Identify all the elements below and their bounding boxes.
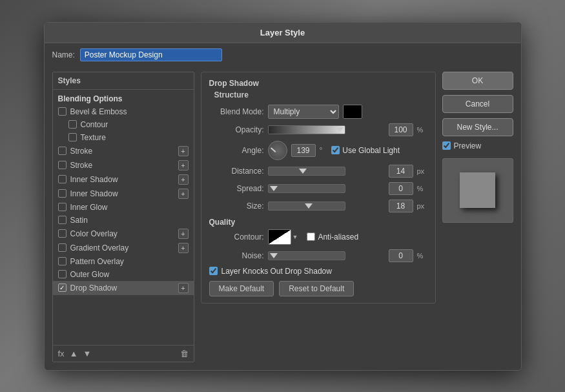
distance-slider-thumb[interactable] (299, 169, 307, 174)
noise-label: Noise: (209, 251, 264, 260)
distance-unit: px (417, 167, 427, 175)
sidebar-item-drop-shadow[interactable]: ✓ Drop Shadow + (53, 281, 194, 295)
color-overlay-checkbox[interactable] (58, 229, 67, 238)
color-overlay-plus-button[interactable]: + (178, 229, 189, 239)
stroke2-checkbox[interactable] (58, 161, 67, 169)
spread-slider-container (268, 184, 385, 193)
sidebar-item-pattern-overlay[interactable]: Pattern Overlay (53, 255, 194, 268)
inner-shadow2-checkbox[interactable] (58, 189, 67, 198)
stroke1-checkbox[interactable] (58, 147, 67, 155)
reset-default-button[interactable]: Reset to Default (279, 281, 354, 296)
distance-slider-track[interactable] (268, 167, 345, 176)
spread-input[interactable] (389, 182, 413, 195)
shadow-color-swatch[interactable] (343, 105, 362, 119)
sidebar-item-inner-glow[interactable]: Inner Glow (53, 201, 194, 214)
dialog-body: Styles Blending Options Bevel & Emboss C… (45, 64, 521, 370)
name-label: Name: (52, 50, 75, 59)
styles-header: Styles (53, 72, 194, 90)
opacity-row: Opacity: % (209, 123, 427, 136)
sidebar-item-blending-options[interactable]: Blending Options (53, 92, 194, 105)
layer-knocks-checkbox[interactable] (209, 267, 218, 275)
sidebar-item-satin[interactable]: Satin (53, 214, 194, 227)
size-unit: px (417, 202, 427, 210)
blend-mode-select[interactable]: Multiply Normal Screen Overlay (268, 105, 339, 119)
ok-button[interactable]: OK (442, 72, 513, 90)
sidebar-item-texture[interactable]: Texture (53, 131, 194, 144)
sidebar-item-bevel-emboss[interactable]: Bevel & Emboss (53, 105, 194, 118)
size-slider-thumb[interactable] (305, 203, 313, 209)
drop-shadow-title: Drop Shadow (209, 79, 427, 88)
degree-symbol: ° (320, 146, 323, 155)
drop-shadow-section: Drop Shadow Structure Blend Mode: Multip… (201, 72, 436, 304)
delete-icon[interactable]: 🗑 (180, 349, 189, 358)
make-default-button[interactable]: Make Default (209, 281, 274, 296)
contour-preview[interactable] (268, 229, 291, 245)
opacity-label: Opacity: (209, 125, 264, 134)
sidebar-item-inner-shadow2[interactable]: Inner Shadow + (53, 187, 194, 201)
spread-slider-track[interactable] (268, 184, 345, 193)
noise-input[interactable] (389, 249, 413, 262)
sidebar-item-gradient-overlay[interactable]: Gradient Overlay + (53, 241, 194, 255)
sidebar-item-stroke2[interactable]: Stroke + (53, 158, 194, 172)
name-input[interactable] (80, 48, 222, 61)
inner-shadow1-checkbox[interactable] (58, 175, 67, 183)
contour-select[interactable]: ▼ (268, 229, 298, 245)
opacity-slider-track[interactable] (268, 125, 345, 134)
move-up-icon[interactable]: ▲ (70, 349, 78, 358)
spread-row: Spread: % (209, 182, 427, 195)
sidebar-item-outer-glow[interactable]: Outer Glow (53, 268, 194, 281)
noise-slider-thumb[interactable] (270, 253, 278, 258)
use-global-light-checkbox[interactable] (331, 146, 340, 154)
angle-input[interactable] (291, 144, 316, 157)
stroke1-plus-button[interactable]: + (178, 146, 189, 156)
preview-checkbox[interactable] (442, 141, 451, 150)
main-panel: Drop Shadow Structure Blend Mode: Multip… (201, 72, 436, 362)
distance-input[interactable] (389, 165, 413, 178)
inner-glow-checkbox[interactable] (58, 203, 67, 211)
noise-slider-track[interactable] (268, 251, 345, 260)
distance-slider-container (268, 167, 385, 176)
contour-checkbox[interactable] (68, 120, 77, 129)
bevel-emboss-checkbox[interactable] (58, 107, 67, 116)
sidebar-item-inner-shadow1[interactable]: Inner Shadow + (53, 172, 194, 187)
sidebar-item-contour[interactable]: Contour (53, 118, 194, 131)
pattern-overlay-checkbox[interactable] (58, 257, 67, 265)
sidebar-item-color-overlay[interactable]: Color Overlay + (53, 227, 194, 241)
quality-section: Quality Contour: ▼ Anti-aliased (209, 218, 427, 262)
action-buttons: Make Default Reset to Default (209, 281, 427, 296)
new-style-button[interactable]: New Style... (442, 118, 513, 136)
gradient-overlay-plus-button[interactable]: + (178, 243, 189, 253)
spread-slider-thumb[interactable] (270, 186, 278, 191)
opacity-unit: % (417, 126, 427, 134)
anti-alias-checkbox[interactable] (307, 232, 315, 241)
inner-shadow2-plus-button[interactable]: + (178, 189, 189, 199)
drop-shadow-plus-button[interactable]: + (178, 283, 189, 293)
size-slider-track[interactable] (268, 201, 345, 211)
layer-style-dialog: Layer Style Name: Styles Blending Option… (44, 22, 522, 371)
noise-unit: % (417, 252, 427, 260)
spread-label: Spread: (209, 184, 264, 193)
texture-checkbox[interactable] (68, 133, 77, 141)
blend-mode-row: Blend Mode: Multiply Normal Screen Overl… (209, 105, 427, 119)
styles-list: Blending Options Bevel & Emboss Contour … (53, 90, 194, 345)
use-global-light-label: Use Global Light (342, 146, 400, 155)
satin-checkbox[interactable] (58, 216, 67, 224)
stroke2-plus-button[interactable]: + (178, 160, 189, 170)
opacity-slider-thumb[interactable] (336, 127, 344, 132)
size-input[interactable] (389, 200, 413, 212)
inner-shadow1-plus-button[interactable]: + (178, 174, 189, 185)
contour-dropdown-arrow: ▼ (293, 234, 298, 240)
layer-knocks-row: Layer Knocks Out Drop Shadow (209, 267, 427, 276)
move-down-icon[interactable]: ▼ (83, 349, 92, 358)
contour-label: Contour: (209, 232, 264, 242)
drop-shadow-checkbox[interactable]: ✓ (58, 284, 67, 292)
sidebar-item-stroke1[interactable]: Stroke + (53, 144, 194, 158)
preview-label: Preview (454, 141, 482, 150)
outer-glow-checkbox[interactable] (58, 270, 67, 278)
fx-icon[interactable]: fx (58, 349, 65, 358)
contour-row: Contour: ▼ Anti-aliased (209, 229, 427, 245)
opacity-input[interactable] (389, 123, 413, 136)
angle-dial[interactable] (268, 141, 287, 160)
gradient-overlay-checkbox[interactable] (58, 243, 67, 252)
cancel-button[interactable]: Cancel (442, 95, 513, 113)
